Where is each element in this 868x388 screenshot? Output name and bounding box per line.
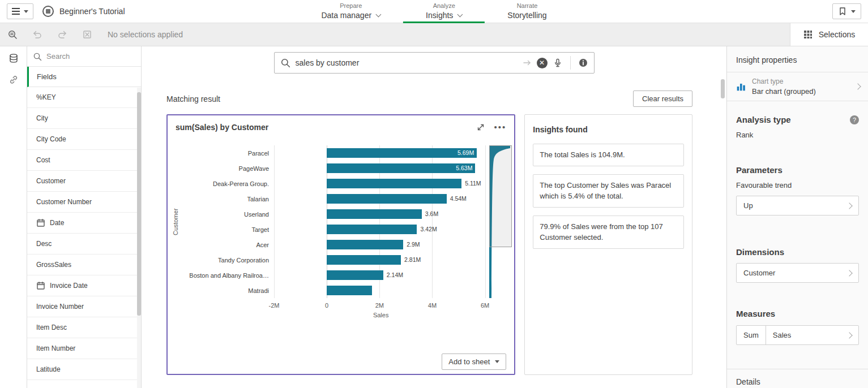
info-icon	[578, 58, 588, 68]
bar-deak-perera-group-[interactable]	[327, 179, 461, 188]
chart-type-row[interactable]: Chart type Bar chart (grouped)	[727, 72, 868, 101]
chart-plot[interactable]: 5.69M5.63M5.11M4.54M3.6M3.42M2.9M2.81M2.…	[274, 145, 488, 298]
hamburger-menu-icon	[12, 8, 20, 15]
nav-narrate[interactable]: Narrate Storytelling	[485, 0, 569, 23]
dimension-customer-button[interactable]: Customer	[736, 263, 859, 283]
step-forward-icon	[57, 29, 67, 40]
field-item-desc[interactable]: Desc	[27, 234, 141, 255]
chart-mini-scrollbar[interactable]	[489, 145, 512, 298]
field-label: Cost	[36, 156, 50, 164]
insight-card-1[interactable]: The total Sales is 104.9M.	[533, 144, 684, 166]
details-section-header[interactable]: Details	[736, 377, 859, 386]
favourable-trend-button[interactable]: Up	[736, 196, 859, 215]
bar-talarian[interactable]	[327, 194, 446, 204]
clear-results-button[interactable]: Clear results	[633, 90, 692, 107]
step-back-button[interactable]	[25, 23, 50, 46]
expand-chart-button[interactable]	[476, 123, 485, 132]
category-label: Acer	[180, 237, 274, 252]
measures-heading: Measures	[736, 309, 859, 318]
chevron-right-icon	[846, 270, 852, 276]
bar-tandy-corporation[interactable]	[327, 255, 401, 265]
clear-search-button[interactable]: ✕	[537, 58, 548, 68]
analysis-type-value: Rank	[736, 131, 859, 139]
selections-tool-button[interactable]	[0, 23, 25, 46]
nav-label: Data manager	[321, 11, 371, 20]
insight-search-input[interactable]	[296, 58, 518, 67]
voice-search-button[interactable]	[553, 58, 563, 68]
field-item-latitude[interactable]: Latitude	[27, 359, 141, 380]
x-tick-label: 6M	[481, 302, 489, 309]
step-forward-button[interactable]	[50, 23, 75, 46]
bar-acer[interactable]	[327, 240, 403, 249]
measure-aggregation: Sum	[737, 326, 766, 344]
chart-card[interactable]: sum(Sales) by Customer ••• Customer Para…	[166, 114, 515, 375]
insights-found-panel: Insights found The total Sales is 104.9M…	[524, 114, 692, 375]
sidebar-scrollbar-thumb[interactable]	[137, 92, 141, 316]
bar-value-label: 4.54M	[450, 194, 467, 204]
bar-value-label: 2.81M	[404, 255, 421, 265]
chart-category-labels: ParacelPageWaveDeak-Perera Group.Talaria…	[180, 145, 274, 298]
selections-button-label: Selections	[819, 30, 856, 39]
link-button[interactable]	[8, 75, 19, 85]
tab-fields[interactable]: Fields	[27, 67, 141, 87]
field-label: City	[36, 114, 48, 122]
global-menu-button[interactable]	[7, 3, 33, 19]
search-info-button[interactable]	[578, 58, 588, 68]
field-item--key[interactable]: %KEY	[27, 87, 141, 108]
chart-y-axis-title: Customer	[171, 145, 180, 298]
bar-pagewave[interactable]	[327, 163, 475, 173]
expand-icon	[476, 123, 485, 132]
bar-value-label: 5.63M	[456, 163, 472, 173]
sidebar-scrollbar[interactable]	[137, 88, 141, 388]
bookmarks-button[interactable]	[832, 3, 861, 19]
chart-mini-scroll-window[interactable]	[489, 145, 512, 247]
field-label: Invoice Date	[50, 282, 88, 290]
field-item-invoice-number[interactable]: Invoice Number	[27, 296, 141, 317]
field-label: Customer Number	[36, 198, 92, 206]
app-identity[interactable]: Beginner's Tutorial	[42, 6, 125, 17]
data-model-button[interactable]	[8, 53, 19, 63]
bar-target[interactable]	[327, 225, 417, 234]
bar-boston-and-albany-railroa-[interactable]	[327, 270, 383, 280]
field-item-city[interactable]: City	[27, 108, 141, 129]
insight-card-2[interactable]: The top Customer by Sales was Paracel wh…	[533, 174, 684, 208]
field-item-customer-number[interactable]: Customer Number	[27, 192, 141, 213]
field-item-date[interactable]: Date	[27, 213, 141, 234]
category-label: PageWave	[180, 161, 274, 176]
sidebar-search[interactable]	[27, 46, 141, 67]
nav-analyze[interactable]: Analyze Insights	[403, 0, 485, 23]
field-item-city-code[interactable]: City Code	[27, 129, 141, 150]
measure-sales-row[interactable]: Sum Sales	[736, 325, 859, 345]
insight-search-box[interactable]: ✕	[274, 52, 595, 74]
bar-chart: Customer ParacelPageWaveDeak-Perera Grou…	[168, 133, 514, 349]
help-icon[interactable]: ?	[850, 115, 859, 124]
matching-result-heading: Matching result	[166, 94, 220, 104]
bar-paracel[interactable]	[327, 148, 477, 158]
x-tick-label: 0	[325, 302, 328, 309]
field-label: Item Number	[36, 344, 75, 352]
category-label: Paracel	[180, 145, 274, 161]
field-item-cost[interactable]: Cost	[27, 150, 141, 171]
clear-selections-button[interactable]	[75, 23, 100, 46]
field-item-grosssales[interactable]: GrossSales	[27, 255, 141, 275]
bar-matradi[interactable]	[327, 286, 372, 295]
insight-card-3[interactable]: 79.9% of Sales were from the top 107 Cus…	[533, 215, 684, 249]
selections-panel-button[interactable]: Selections	[790, 23, 868, 46]
field-item-customer[interactable]: Customer	[27, 171, 141, 192]
favourable-trend-value: Up	[743, 201, 753, 210]
main-scrollbar-thumb[interactable]	[721, 79, 725, 98]
field-item-invoice-date[interactable]: Invoice Date	[27, 275, 141, 296]
clear-selections-icon	[82, 29, 92, 40]
chart-more-menu-button[interactable]: •••	[494, 124, 507, 130]
field-item-item-desc[interactable]: Item Desc	[27, 317, 141, 338]
bar-userland[interactable]	[327, 209, 422, 219]
nav-prepare[interactable]: Prepare Data manager	[298, 0, 403, 23]
submit-search-button[interactable]	[523, 58, 532, 67]
field-item-item-number[interactable]: Item Number	[27, 338, 141, 359]
link-icon	[8, 75, 19, 85]
sidebar-search-input[interactable]	[46, 52, 120, 61]
assets-sidebar: Fields %KEYCityCity CodeCostCustomerCust…	[27, 46, 142, 388]
add-to-sheet-button[interactable]: Add to sheet	[442, 353, 506, 370]
category-label: Matradi	[180, 283, 274, 298]
chevron-right-icon	[846, 332, 852, 338]
